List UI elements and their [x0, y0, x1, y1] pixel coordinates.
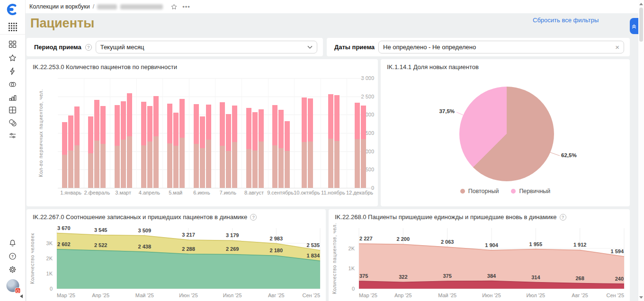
bar[interactable] [179, 99, 185, 188]
collections-icon[interactable] [5, 38, 21, 50]
pie-slice-label: 62,5% [561, 152, 588, 158]
bar[interactable] [88, 116, 93, 188]
bar-group [163, 78, 189, 188]
dates-range-value: Не определено - Не определено [383, 44, 615, 51]
bar[interactable] [206, 105, 211, 188]
legend-item[interactable]: Повторный [460, 188, 499, 195]
period-select[interactable]: Текущий месяц [96, 41, 317, 53]
star-icon[interactable] [5, 52, 21, 64]
data-label: 2 438 [138, 244, 152, 249]
help-icon[interactable]: ? [5, 250, 21, 262]
x-tick-label: Май '25 [135, 292, 154, 298]
bar-segment-primary [141, 145, 146, 188]
x-tick-label: 6.июнь [188, 190, 215, 195]
bar[interactable] [278, 110, 284, 188]
bar[interactable] [200, 116, 205, 188]
more-icon[interactable]: ••• [182, 3, 190, 10]
bar-segment-primary [68, 150, 73, 188]
connections-icon[interactable] [5, 78, 21, 90]
bar[interactable] [355, 103, 360, 188]
bar[interactable] [361, 106, 366, 188]
x-tick-label: Сен '25 [606, 292, 624, 298]
x-tick-label: 10.октябрь [294, 190, 320, 195]
scroll-down-icon[interactable] [639, 295, 643, 299]
dates-range-input[interactable]: Не определено - Не определено × [378, 41, 624, 53]
bar-group [58, 78, 84, 188]
scrollbar[interactable] [638, 0, 644, 301]
bar[interactable] [153, 96, 159, 188]
reset-filters-link[interactable]: Сбросить все фильтры [533, 17, 599, 24]
legend-item[interactable]: Первичный [511, 188, 550, 195]
bar[interactable] [121, 101, 126, 188]
scrollbar-thumb[interactable] [639, 8, 643, 42]
bar[interactable] [74, 106, 80, 188]
bar[interactable] [308, 98, 313, 188]
avatar[interactable] [6, 279, 19, 292]
bar[interactable] [68, 115, 73, 188]
lightning-icon[interactable] [5, 65, 21, 77]
x-tick-label: Июн '25 [179, 292, 198, 298]
x-tick-label: 7.июль [215, 190, 241, 195]
legend-dot [460, 189, 465, 194]
data-label: 2 602 [57, 241, 71, 247]
bar[interactable] [220, 102, 225, 188]
x-tick-label: Апр '25 [394, 292, 412, 298]
breadcrumb-star-icon[interactable] [170, 3, 178, 10]
charts-icon[interactable] [5, 91, 21, 103]
x-tick-label: Июл '25 [526, 292, 545, 298]
bar[interactable] [232, 106, 237, 188]
pie-chart[interactable] [459, 87, 554, 181]
datalens-logo-icon[interactable] [5, 3, 21, 16]
bar[interactable] [246, 108, 251, 188]
info-icon[interactable]: ? [560, 214, 566, 221]
bar-segment-primary [200, 148, 205, 188]
chart-card-new-patients-share: IK.1.14.1 Доля новых пациентов 37,5% 62,… [381, 59, 630, 206]
layers-icon[interactable] [5, 116, 21, 129]
scroll-up-icon[interactable] [639, 2, 643, 6]
clear-x-icon[interactable]: × [615, 44, 619, 51]
sliders-icon[interactable] [5, 129, 21, 142]
breadcrumb-root-link[interactable]: Коллекции и воркбуки [29, 3, 90, 10]
data-label: 2 200 [397, 236, 410, 242]
info-icon[interactable]: ? [250, 214, 257, 221]
bar[interactable] [62, 122, 67, 188]
legend-label: Первичный [519, 188, 550, 195]
collapse-panel-button[interactable] [630, 18, 638, 34]
data-label: 2 180 [270, 248, 283, 253]
bell-icon[interactable] [5, 237, 21, 249]
bar-segment-primary [302, 142, 307, 188]
bar[interactable] [259, 109, 264, 188]
bar-group [268, 78, 295, 188]
bar-segment-primary [179, 138, 185, 188]
bar[interactable] [272, 105, 277, 188]
info-icon[interactable]: ? [85, 44, 92, 51]
bar[interactable] [328, 94, 333, 188]
bar[interactable] [147, 106, 152, 188]
bar[interactable] [173, 113, 179, 188]
x-tick-label: Мар '25 [359, 292, 377, 298]
gear-icon[interactable] [5, 263, 21, 275]
apps-grid-icon[interactable] [5, 21, 21, 33]
sidebar-collapse-icon[interactable] [20, 294, 23, 298]
bar[interactable] [167, 104, 172, 188]
bar-groups [58, 78, 373, 188]
bar[interactable] [226, 114, 231, 188]
bar-segment-primary [246, 149, 251, 188]
bar[interactable] [194, 104, 199, 188]
bar[interactable] [302, 97, 307, 188]
bar[interactable] [334, 95, 340, 188]
bar[interactable] [100, 106, 106, 188]
bar[interactable] [285, 121, 290, 188]
bar[interactable] [252, 112, 258, 188]
filter-dates: Даты приема Не определено - Не определен… [327, 38, 630, 56]
y-tick-label: 0 [50, 286, 53, 292]
bar[interactable] [115, 105, 120, 188]
bar[interactable] [141, 102, 146, 188]
table-icon[interactable] [5, 104, 21, 116]
y-tick-label: 0 [352, 286, 355, 292]
bar-segment-primary [226, 151, 231, 188]
data-label: 2 269 [226, 246, 239, 252]
y-tick-label: 1K [46, 271, 53, 276]
bar[interactable] [94, 100, 99, 188]
bar[interactable] [127, 93, 132, 188]
